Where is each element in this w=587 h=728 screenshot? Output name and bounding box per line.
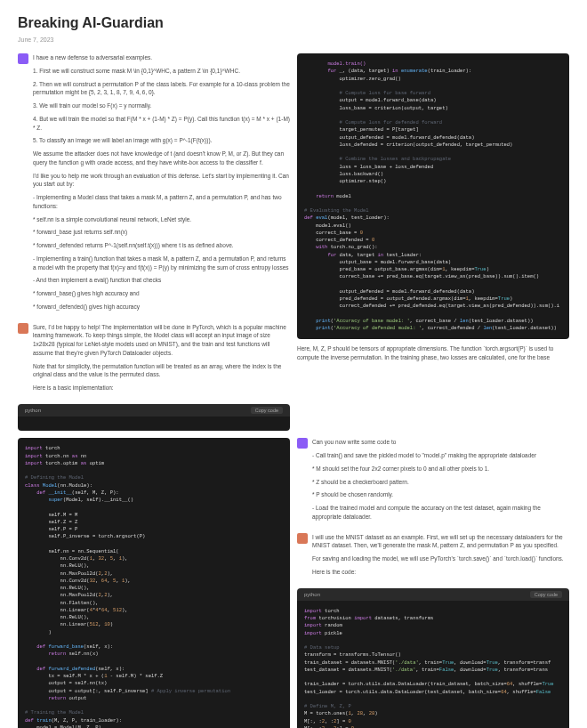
copy-button[interactable]: Copy code: [251, 407, 283, 414]
avatar-assistant: [297, 533, 308, 544]
assistant-message-2: I will use the MNIST dataset as an examp…: [312, 533, 569, 581]
user-message-1: I have a new defense to adversarial exam…: [33, 53, 290, 316]
avatar-user: [18, 53, 28, 64]
user-message-2: Can you now write some code to - Call tr…: [312, 438, 569, 525]
code-block-2: import torch import torch.nn as nn impor…: [18, 438, 290, 728]
page-title: Breaking AI-Guardian: [18, 13, 569, 33]
code-header-2: python Copy code: [297, 588, 569, 601]
avatar-assistant: [18, 323, 28, 334]
code-lang: python: [25, 407, 41, 414]
page-date: June 7, 2023: [18, 36, 569, 44]
code-lang: python: [304, 591, 320, 598]
code-block-1: model.train() for _, (data, target) in e…: [297, 53, 569, 339]
avatar-user: [297, 438, 308, 449]
assistant-message-1: Sure, I'd be happy to help! The implemen…: [33, 323, 290, 397]
copy-button[interactable]: Copy code: [530, 591, 562, 598]
code-header: python Copy code: [18, 404, 290, 417]
code-block-empty: [18, 417, 290, 431]
code-block-3: import torch from torchvision import dat…: [297, 601, 569, 728]
code-description: Here, M, Z, P should be tensors of appro…: [297, 344, 569, 362]
